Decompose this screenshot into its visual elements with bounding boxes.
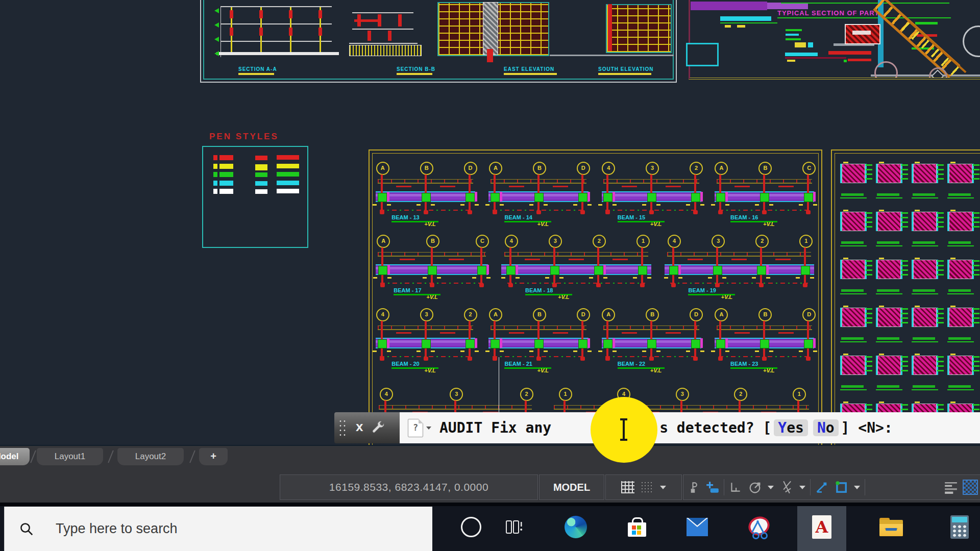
grid-bubble: A (715, 162, 728, 175)
command-input-line[interactable]: ? AUDIT Fix any s detected? [ YesNo ] <N… (400, 412, 980, 443)
recent-commands-icon[interactable]: ? (408, 419, 423, 437)
status-separator (724, 479, 724, 495)
tab-layout2[interactable]: Layout2 (117, 448, 184, 465)
grid-bubble: 4 (376, 308, 389, 321)
grid-bubble: C (802, 162, 816, 175)
beam-detail: 4321BEAM - 18+V.L (501, 235, 651, 302)
store-button[interactable] (623, 513, 651, 541)
file-explorer-button[interactable] (877, 513, 905, 541)
command-option-No[interactable]: No (813, 419, 839, 436)
polar-tracking-button[interactable] (745, 475, 765, 499)
grid-options-button[interactable] (657, 475, 669, 499)
command-option-chips: YesNo (771, 419, 841, 436)
section-detail (947, 162, 979, 206)
object-snap-tracking-button[interactable] (812, 475, 831, 499)
polar-tracking-icon (748, 480, 762, 494)
beam-detail-row: 432BEAM - 20+V.LABDBEAM - 21+V.LABDBEAM … (376, 308, 814, 375)
grid-bubble: C (476, 235, 489, 248)
drawing-caption: EAST ELEVATION (504, 66, 557, 75)
chevron-down-icon (660, 486, 666, 489)
grid-display-icon (641, 481, 654, 493)
model-paper-toggle[interactable]: MODEL (539, 474, 604, 500)
grid-bubble: B (420, 162, 433, 175)
section-detail (876, 354, 908, 397)
click-highlight-circle (591, 397, 657, 463)
isometric-drafting-button[interactable] (777, 475, 796, 499)
tab-layout1[interactable]: Layout1 (37, 448, 103, 465)
edge-button[interactable] (561, 513, 590, 541)
grid-bubble: 2 (464, 308, 477, 321)
grid-bubble: 3 (450, 388, 463, 401)
command-option-Yes[interactable]: Yes (774, 419, 808, 436)
grid-bubble: 2 (690, 162, 703, 175)
beam-detail: 432BEAM - 15+V.L (602, 162, 701, 229)
object-snap-button[interactable] (831, 475, 851, 499)
tab-separator (189, 450, 195, 463)
beam-detail: 432BEAM - 20+V.L (376, 308, 475, 375)
windows-taskbar: Type here to search (0, 503, 980, 551)
crosshair-cursor (499, 357, 499, 412)
beam-detail: ABCBEAM - 16+V.L (715, 162, 814, 229)
typical-section-title: TYPICAL SECTION OF PART (777, 9, 879, 17)
beam-label: BEAM - 21+V.L (504, 361, 551, 369)
beam-detail: 4321BEAM - 19+V.L (665, 235, 814, 302)
snap-mode-button[interactable] (683, 475, 703, 499)
model-space-canvas[interactable]: SECTION A-ASECTION B-BEAST ELEVATIONSOUT… (0, 0, 980, 445)
beam-detail-row: ABCBEAM - 17+V.L4321BEAM - 18+V.L4321BEA… (376, 235, 814, 302)
task-view-icon (503, 517, 524, 537)
section-detail (912, 306, 943, 349)
grid-bubble: 4 (602, 162, 615, 175)
status-separator (865, 479, 865, 495)
osnap-options-button[interactable] (851, 475, 863, 499)
calculator-button[interactable] (945, 513, 974, 541)
grid-bubble: A (377, 235, 390, 248)
section-detail (840, 210, 872, 254)
typical-section-sheet: TYPICAL SECTION OF PART (689, 0, 980, 80)
transparency-button[interactable] (961, 475, 980, 499)
close-command-line-button[interactable]: x (356, 419, 363, 435)
grid-bubble: B (758, 308, 772, 321)
windows-search-box[interactable]: Type here to search (4, 507, 432, 551)
dynamic-input-button[interactable] (703, 475, 722, 499)
task-view-button[interactable] (499, 513, 528, 541)
object-snap-icon (834, 480, 849, 495)
mail-button[interactable] (683, 513, 712, 541)
command-options-caret-icon[interactable] (426, 427, 431, 430)
beam-label: BEAM - 23+V.L (730, 361, 777, 369)
isometric-options-button[interactable] (796, 475, 808, 499)
grid-bubble: 2 (520, 388, 533, 401)
pen-styles-legend: PEN STYLES (202, 132, 309, 249)
autocad-screen: SECTION A-ASECTION B-BEAST ELEVATIONSOUT… (0, 0, 980, 551)
lineweight-button[interactable] (941, 475, 961, 499)
grid-bubble: 3 (676, 388, 689, 401)
grid-settings-group (605, 474, 682, 500)
tab-model[interactable]: Model (0, 448, 30, 465)
grid-bubble: 1 (799, 235, 813, 248)
command-prompt-text-2: s detected? [ (659, 419, 771, 436)
cortana-button[interactable] (457, 513, 485, 541)
grid-bubble: 3 (712, 235, 725, 248)
beam-label: BEAM - 17+V.L (394, 287, 440, 295)
grid-bubble: A (376, 162, 389, 175)
section-detail (840, 162, 872, 206)
autocad-button[interactable]: A (807, 513, 836, 541)
section-detail (912, 210, 943, 254)
drag-grip-icon[interactable] (338, 419, 347, 437)
polar-options-button[interactable] (765, 475, 777, 499)
tab-separator (108, 450, 114, 463)
ortho-mode-button[interactable] (726, 475, 745, 499)
grid-bubble: A (489, 162, 502, 175)
grid-bubble: 4 (380, 388, 393, 401)
lineweight-icon (944, 481, 958, 494)
customize-wrench-icon[interactable] (370, 420, 385, 436)
snap-grid-icon (621, 481, 634, 493)
grid-bubble: 4 (505, 235, 518, 248)
beam-detail: ABDBEAM - 23+V.L (715, 308, 814, 375)
grid-display-button[interactable] (638, 475, 657, 499)
command-line-grip[interactable]: x (334, 412, 400, 443)
drawing-caption: SECTION B-B (397, 66, 435, 75)
snap-to-grid-button[interactable] (618, 475, 638, 499)
snip-sketch-button[interactable] (744, 513, 773, 541)
section-detail (840, 306, 872, 349)
add-layout-button[interactable]: + (199, 448, 228, 465)
